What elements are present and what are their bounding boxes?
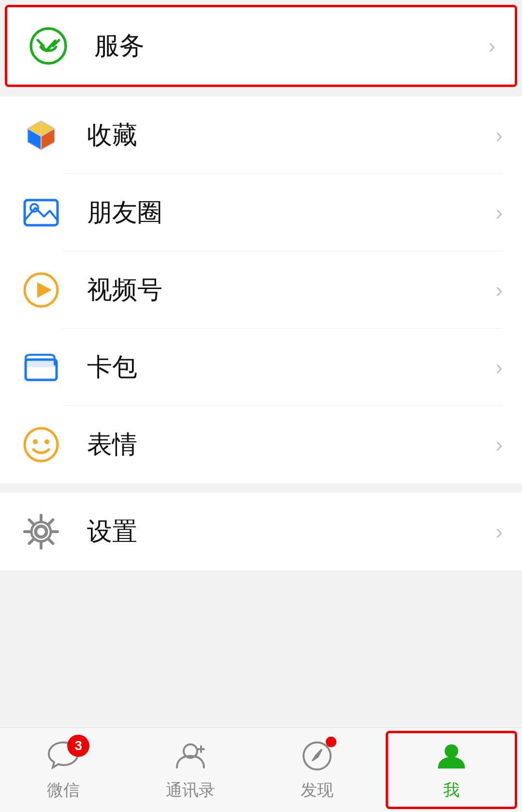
- moments-icon: [19, 191, 63, 234]
- service-arrow: ›: [488, 34, 495, 58]
- bottom-nav: 3 微信 通讯录: [0, 727, 522, 812]
- stickers-label: 表情: [87, 428, 486, 462]
- nav-item-discover[interactable]: 发现: [254, 728, 381, 812]
- menu-item-favorites[interactable]: 收藏 ›: [0, 97, 522, 174]
- nav-icon-contacts-wrap: [173, 739, 208, 775]
- svg-point-15: [25, 428, 58, 461]
- settings-label: 设置: [87, 515, 486, 549]
- nav-item-contacts[interactable]: 通讯录: [127, 728, 254, 812]
- moments-arrow: ›: [495, 201, 503, 225]
- nav-icon-discover-wrap: [300, 739, 334, 775]
- card-wallet-label: 卡包: [87, 350, 486, 384]
- nav-label-discover: 发现: [301, 779, 334, 801]
- menu-item-stickers[interactable]: 表情 ›: [0, 406, 522, 483]
- stickers-icon: [19, 423, 63, 466]
- page: 服务 ›: [0, 0, 522, 812]
- menu-item-card-wallet[interactable]: 卡包 ›: [0, 329, 522, 406]
- moments-label: 朋友圈: [87, 196, 486, 230]
- channels-label: 视频号: [87, 273, 486, 307]
- wechat-badge: 3: [67, 735, 89, 757]
- stickers-arrow: ›: [495, 433, 503, 457]
- nav-item-me[interactable]: 我: [386, 731, 518, 809]
- svg-point-25: [445, 744, 458, 758]
- favorites-arrow: ›: [495, 123, 503, 147]
- card-wallet-icon: [19, 346, 63, 389]
- settings-arrow: ›: [495, 520, 503, 544]
- svg-point-1: [31, 29, 66, 63]
- discover-dot: [326, 737, 336, 747]
- settings-icon: [19, 510, 63, 553]
- favorites-label: 收藏: [87, 118, 486, 152]
- nav-icon-wechat-wrap: 3: [46, 739, 81, 775]
- menu-item-service[interactable]: 服务 ›: [7, 7, 515, 85]
- nav-item-wechat[interactable]: 3 微信: [0, 728, 127, 812]
- menu-group-main: 收藏 › 朋友圈 ›: [0, 97, 522, 483]
- channels-arrow: ›: [495, 278, 503, 302]
- menu-group-settings: 设置 ›: [0, 493, 522, 570]
- svg-rect-14: [26, 360, 57, 367]
- nav-icon-me-wrap: [434, 739, 469, 775]
- channels-icon: [19, 268, 63, 312]
- menu-item-settings[interactable]: 设置 ›: [0, 493, 522, 570]
- menu-group-service: 服务 ›: [5, 5, 517, 87]
- svg-point-17: [44, 439, 49, 444]
- nav-label-me: 我: [443, 779, 460, 801]
- separator-1: [0, 88, 522, 97]
- svg-point-20: [36, 527, 46, 536]
- svg-marker-12: [37, 282, 52, 298]
- me-icon: [434, 739, 469, 773]
- nav-label-wechat: 微信: [47, 779, 80, 801]
- service-label: 服务: [94, 29, 478, 63]
- svg-point-16: [33, 439, 38, 444]
- card-wallet-arrow: ›: [495, 355, 503, 379]
- favorites-icon: [19, 114, 63, 157]
- menu-item-channels[interactable]: 视频号 ›: [0, 251, 522, 329]
- service-icon: [27, 24, 70, 68]
- separator-2: [0, 484, 522, 493]
- contacts-icon: [173, 739, 208, 773]
- nav-label-contacts: 通讯录: [166, 779, 215, 801]
- menu-item-moments[interactable]: 朋友圈 ›: [0, 174, 522, 251]
- menu-list: 服务 ›: [0, 0, 522, 727]
